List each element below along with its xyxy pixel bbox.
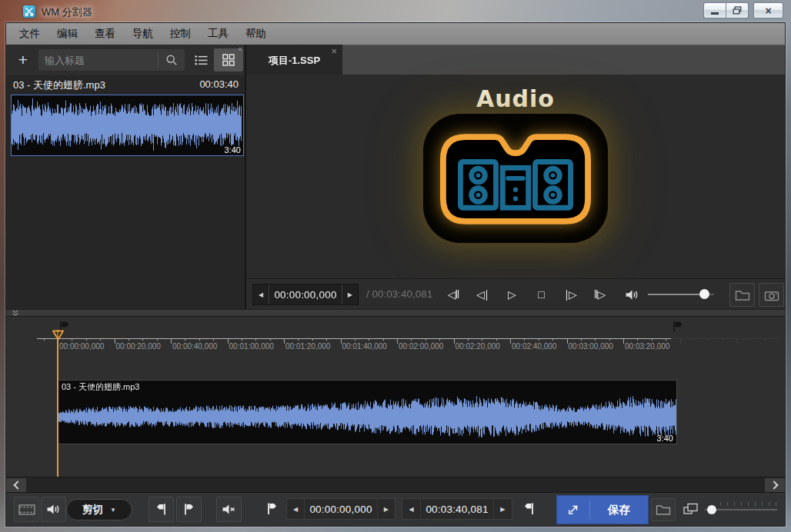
flag-right-icon: [183, 503, 195, 516]
ruler-label: 00:02:20,000: [456, 342, 500, 351]
scroll-left-button[interactable]: [6, 478, 26, 492]
ruler-tick: [426, 338, 426, 341]
tab-project[interactable]: 项目-1.SSP ×: [246, 45, 342, 75]
time-decrement-button[interactable]: ◀: [253, 284, 269, 304]
output-folder-button[interactable]: [651, 498, 676, 521]
collapse-panel-icon[interactable]: «: [238, 45, 242, 54]
stereo-icon: [440, 134, 591, 224]
audio-track-button[interactable]: [41, 497, 66, 522]
minimize-button[interactable]: [703, 2, 726, 18]
playhead-handle-icon[interactable]: [52, 330, 65, 341]
end-decrement-button[interactable]: ◀: [402, 499, 420, 519]
end-marker-flag-icon[interactable]: [673, 321, 684, 333]
time-increment-button[interactable]: ▶: [342, 284, 358, 304]
current-time-value[interactable]: 00:00:00,000: [269, 284, 342, 304]
menu-item-5[interactable]: 控制: [162, 23, 199, 45]
next-keyframe-button[interactable]: ‖▷: [586, 281, 612, 308]
end-increment-button[interactable]: ▶: [494, 499, 512, 519]
selection-start-value[interactable]: 00:00:00,000: [304, 499, 377, 519]
total-time-label: / 00:03:40,081: [366, 279, 432, 310]
menu-item-1[interactable]: 文件: [11, 23, 48, 45]
ruler-tick: [694, 338, 695, 341]
menu-item-2[interactable]: 编辑: [48, 23, 86, 45]
timeline-audio-clip[interactable]: 03 - 天使的翅膀.mp3 3:40: [58, 380, 677, 444]
play-button[interactable]: ▷: [499, 281, 525, 308]
ruler-tick: [397, 338, 398, 344]
zoom-slider-knob[interactable]: [707, 505, 716, 514]
speaker-icon: [46, 504, 62, 515]
step-back-button[interactable]: ◁∣: [469, 281, 496, 308]
menu-bar: 文件编辑查看导航控制工具帮助: [6, 23, 785, 45]
chevron-left-icon: [13, 480, 22, 489]
clip-duration-label: 3:40: [657, 434, 673, 443]
ruler-tick: [284, 338, 285, 344]
ruler-tick: [637, 338, 638, 341]
start-decrement-button[interactable]: ◀: [287, 499, 304, 519]
ruler-label: 00:03:20,000: [625, 342, 669, 351]
add-media-button[interactable]: +: [9, 45, 37, 75]
ruler-tick: [115, 338, 115, 344]
storyboard-button[interactable]: [14, 497, 39, 522]
mode-dropdown[interactable]: 剪切 ▼: [66, 499, 132, 520]
search-icon[interactable]: [159, 54, 185, 66]
preview-area: Audio: [246, 75, 785, 278]
grid-view-icon: [222, 54, 235, 66]
media-thumbnail[interactable]: 3:40: [11, 95, 244, 156]
zoom-fit-icon[interactable]: [683, 503, 699, 515]
menu-item-6[interactable]: 工具: [199, 23, 237, 45]
search-input[interactable]: [38, 55, 158, 66]
preview-caption: Audio: [246, 85, 785, 112]
set-start-marker-button[interactable]: [149, 497, 174, 522]
ruler-tick: [750, 338, 751, 341]
tab-close-icon[interactable]: ×: [331, 46, 337, 56]
timeline-scrollbar[interactable]: [6, 477, 785, 492]
open-folder-button[interactable]: [729, 283, 755, 307]
scroll-right-button[interactable]: [765, 478, 785, 492]
ruler-tick: [44, 338, 45, 341]
volume-slider-knob[interactable]: [699, 289, 709, 299]
panel-splitter[interactable]: [6, 309, 785, 317]
mute-segment-button[interactable]: [216, 497, 242, 522]
list-view-button[interactable]: [189, 48, 212, 71]
tab-bar: 项目-1.SSP ×: [246, 45, 785, 75]
playback-controls: ◁‖ ◁∣ ▷ □ ∣▷ ‖▷: [440, 279, 612, 310]
ruler-label: 00:02:00,000: [399, 342, 443, 351]
list-view-icon: [195, 55, 208, 66]
ruler-label: 00:00:40,000: [172, 342, 217, 351]
ruler-tick: [298, 338, 299, 341]
step-forward-button[interactable]: ∣▷: [557, 281, 583, 308]
media-item-duration: 00:03:40: [199, 78, 239, 90]
maximize-button[interactable]: [726, 2, 749, 18]
close-icon: ×: [765, 5, 771, 16]
zoom-slider-ticks: [720, 502, 779, 506]
media-list-item[interactable]: 03 - 天使的翅膀.mp3 00:03:40: [6, 75, 245, 94]
close-button[interactable]: ×: [753, 2, 783, 18]
menu-item-4[interactable]: 导航: [124, 23, 162, 45]
ruler-tick: [228, 338, 229, 344]
save-label: 保存: [590, 503, 648, 517]
selection-start-flag-icon: [266, 501, 278, 516]
window-title: WM 分割器: [42, 5, 92, 19]
previous-keyframe-button[interactable]: ◁‖: [440, 281, 466, 308]
set-end-marker-button[interactable]: [176, 497, 202, 522]
menu-item-3[interactable]: 查看: [86, 23, 124, 45]
selection-end-value[interactable]: 00:03:40,081: [420, 499, 493, 519]
timeline-area[interactable]: 00:00:00,00000:00:20,00000:00:40,00000:0…: [6, 317, 785, 477]
library-toolbar: +: [6, 45, 245, 75]
menu-item-7[interactable]: 帮助: [237, 23, 275, 45]
ruler-tick: [482, 338, 482, 341]
ruler-tick: [454, 338, 455, 344]
ruler-tick: [185, 338, 185, 341]
playhead-line[interactable]: [57, 330, 58, 477]
selection-start-spinner: ◀ 00:00:00,000 ▶: [286, 498, 396, 520]
start-increment-button[interactable]: ▶: [378, 499, 395, 519]
titlebar[interactable]: WM 分割器 ×: [0, 0, 791, 23]
timeline-ruler[interactable]: 00:00:00,00000:00:20,00000:00:40,00000:0…: [6, 317, 785, 363]
project-pane: 项目-1.SSP × Audio: [245, 45, 785, 309]
audio-logo: [423, 114, 608, 243]
snapshot-button[interactable]: [759, 283, 784, 307]
ruler-tick: [326, 338, 327, 341]
save-button[interactable]: 保存: [556, 495, 649, 524]
volume-icon[interactable]: [625, 289, 640, 301]
stop-button[interactable]: □: [528, 281, 554, 308]
